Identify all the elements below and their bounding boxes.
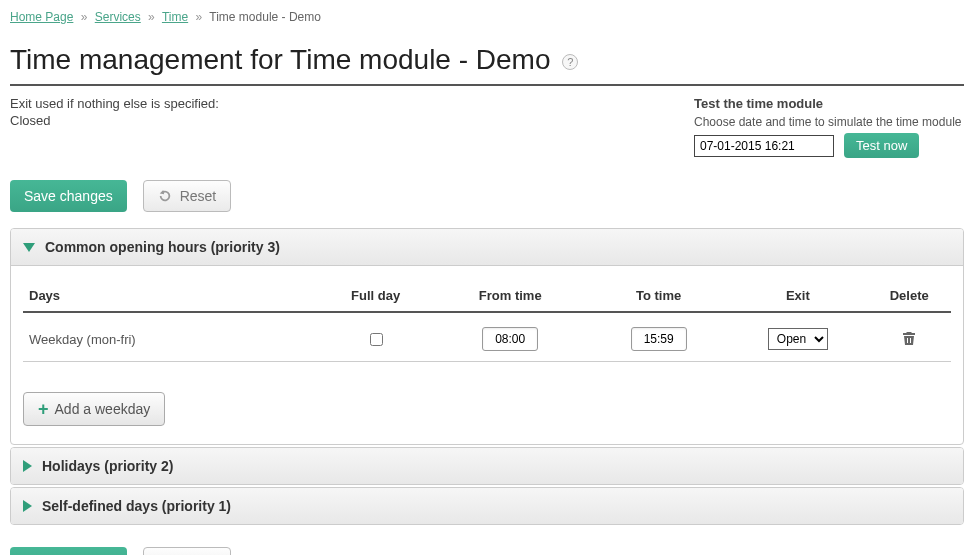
exit-info-label: Exit used if nothing else is specified:	[10, 96, 219, 111]
col-exit: Exit	[728, 280, 867, 312]
panel-selfdef: Self-defined days (priority 1)	[10, 487, 964, 525]
reset-button[interactable]: Reset	[143, 180, 231, 212]
test-datetime-input[interactable]	[694, 135, 834, 157]
breadcrumb-sep: »	[81, 10, 88, 24]
breadcrumb-home[interactable]: Home Page	[10, 10, 73, 24]
col-from: From time	[431, 280, 589, 312]
breadcrumb-time[interactable]: Time	[162, 10, 188, 24]
breadcrumb-services[interactable]: Services	[95, 10, 141, 24]
table-row: Weekday (mon-fri) Open	[23, 312, 951, 362]
col-full-day: Full day	[320, 280, 431, 312]
panel-selfdef-header[interactable]: Self-defined days (priority 1)	[11, 488, 963, 524]
test-now-button[interactable]: Test now	[844, 133, 919, 158]
panel-holidays-title: Holidays (priority 2)	[42, 458, 173, 474]
add-weekday-button[interactable]: + Add a weekday	[23, 392, 165, 426]
panel-selfdef-title: Self-defined days (priority 1)	[42, 498, 231, 514]
add-weekday-label: Add a weekday	[55, 401, 151, 417]
from-time-input[interactable]	[482, 327, 538, 351]
collapse-down-icon	[23, 243, 35, 252]
col-to: To time	[589, 280, 728, 312]
test-title: Test the time module	[694, 96, 964, 111]
panel-holidays-header[interactable]: Holidays (priority 2)	[11, 448, 963, 484]
hours-table: Days Full day From time To time Exit Del…	[23, 280, 951, 362]
collapse-right-icon	[23, 500, 32, 512]
plus-icon: +	[38, 403, 49, 415]
breadcrumb-sep: »	[196, 10, 203, 24]
exit-info: Exit used if nothing else is specified: …	[10, 96, 219, 128]
col-delete: Delete	[867, 280, 951, 312]
panel-common-header[interactable]: Common opening hours (priority 3)	[11, 229, 963, 266]
save-button[interactable]: Save changes	[10, 180, 127, 212]
page-title: Time management for Time module - Demo ?	[10, 44, 964, 76]
reset-label: Reset	[180, 188, 217, 204]
full-day-checkbox[interactable]	[370, 333, 383, 346]
help-icon[interactable]: ?	[562, 54, 578, 70]
breadcrumb-current: Time module - Demo	[209, 10, 321, 24]
reset-button-bottom[interactable]: Reset	[143, 547, 231, 555]
to-time-input[interactable]	[631, 327, 687, 351]
page-title-text: Time management for Time module - Demo	[10, 44, 551, 75]
panel-holidays: Holidays (priority 2)	[10, 447, 964, 485]
exit-info-value: Closed	[10, 113, 219, 128]
save-button-bottom[interactable]: Save changes	[10, 547, 127, 555]
delete-icon[interactable]	[901, 334, 917, 349]
collapse-right-icon	[23, 460, 32, 472]
exit-select[interactable]: Open	[768, 328, 828, 350]
test-box: Test the time module Choose date and tim…	[694, 96, 964, 158]
reset-icon	[158, 189, 172, 203]
test-desc: Choose date and time to simulate the tim…	[694, 115, 964, 129]
divider	[10, 84, 964, 86]
panel-common-title: Common opening hours (priority 3)	[45, 239, 280, 255]
row-days: Weekday (mon-fri)	[23, 312, 320, 362]
breadcrumb: Home Page » Services » Time » Time modul…	[10, 8, 964, 28]
panel-common-hours: Common opening hours (priority 3) Days F…	[10, 228, 964, 445]
breadcrumb-sep: »	[148, 10, 155, 24]
col-days: Days	[23, 280, 320, 312]
